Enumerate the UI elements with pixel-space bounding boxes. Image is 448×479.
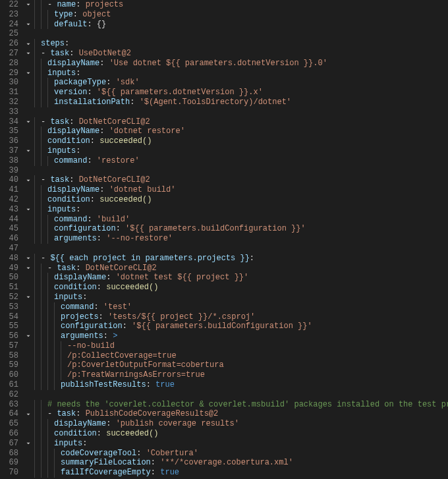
code-line[interactable]	[34, 166, 448, 176]
fold-chevron-icon[interactable]	[24, 409, 33, 419]
token-colon: :	[103, 331, 113, 341]
line-number: 30	[3, 78, 18, 88]
code-line[interactable]: summaryFileLocation: '**/*coverage.cober…	[34, 458, 448, 468]
code-line[interactable]: command: 'restore'	[34, 156, 448, 166]
indent-guide	[47, 20, 54, 30]
code-line[interactable]: condition: succeeded()	[34, 429, 448, 439]
indent-guide	[41, 449, 47, 459]
code-line[interactable]: - task: DotNetCoreCLI@2	[34, 117, 448, 127]
fold-chevron-icon[interactable]	[24, 146, 33, 156]
code-line[interactable]: displayName: 'dotnet build'	[34, 185, 448, 195]
token-key: inputs	[47, 146, 76, 156]
fold-chevron-icon[interactable]	[24, 49, 33, 59]
fold-chevron-icon[interactable]	[24, 175, 33, 185]
code-line[interactable]	[34, 107, 448, 117]
indent-guide	[47, 88, 54, 98]
code-line[interactable]: condition: succeeded()	[34, 136, 448, 146]
token-dash: -	[41, 175, 50, 185]
fold-chevron-icon[interactable]	[24, 20, 33, 30]
code-line[interactable]: /p:CoverletOutputFormat=cobertura	[34, 360, 448, 370]
code-line[interactable]: inputs:	[34, 69, 448, 78]
fold-chevron-icon[interactable]	[24, 254, 33, 264]
code-line[interactable]: projects: 'tests/${{ project }}/*.csproj…	[34, 312, 448, 322]
line-number: 53	[3, 302, 18, 312]
fold-chevron-icon	[24, 166, 33, 176]
indent-guide	[47, 370, 54, 380]
code-line[interactable]: arguments: '--no-restore'	[34, 234, 448, 244]
fold-chevron-icon	[24, 10, 33, 20]
fold-chevron-icon[interactable]	[24, 439, 33, 449]
code-line[interactable]	[34, 244, 448, 254]
fold-chevron-icon[interactable]	[24, 331, 33, 341]
fold-chevron-icon[interactable]	[24, 264, 33, 273]
code-line[interactable]: codeCoverageTool: 'Cobertura'	[34, 449, 448, 459]
token-key: command	[54, 156, 87, 166]
code-line[interactable]: - task: DotNetCoreCLI@2	[34, 175, 448, 185]
code-line[interactable]: inputs:	[34, 146, 448, 156]
code-line[interactable]: --no-build	[34, 341, 448, 351]
fold-chevron-icon[interactable]	[24, 205, 33, 215]
code-line[interactable]: type: object	[34, 10, 448, 20]
code-line[interactable]: - task: PublishCodeCoverageResults@2	[34, 409, 448, 419]
line-number: 31	[3, 88, 18, 98]
code-line[interactable]: - task: UseDotNet@2	[34, 49, 448, 59]
code-line[interactable]: displayName: 'Use dotnet ${{ parameters.…	[34, 59, 448, 69]
code-line[interactable]: - name: projects	[34, 0, 448, 10]
fold-chevron-icon[interactable]	[24, 117, 33, 127]
indent-guide	[34, 264, 41, 273]
indent-guide	[34, 88, 41, 98]
indent-guide	[47, 468, 54, 478]
token-colon: :	[87, 88, 96, 98]
code-line[interactable]: publishTestResults: true	[34, 380, 448, 390]
fold-chevron-icon	[24, 468, 33, 478]
token-dash: -	[41, 254, 50, 264]
code-line[interactable]: displayName: 'publish coverage results'	[34, 419, 448, 429]
code-area[interactable]: - name: projectstype: objectdefault: {}s…	[33, 0, 448, 479]
indent-guide	[41, 341, 47, 351]
code-line[interactable]: command: 'build'	[34, 215, 448, 225]
token-string: 'dotnet build'	[109, 185, 176, 195]
code-line[interactable]: condition: succeeded()	[34, 195, 448, 205]
line-number: 22	[3, 0, 18, 10]
indent-guide	[41, 215, 47, 225]
token-key: type	[54, 10, 73, 20]
code-line[interactable]: packageType: 'sdk'	[34, 78, 448, 88]
code-line[interactable]: displayName: 'dotnet restore'	[34, 127, 448, 136]
code-line[interactable]: arguments: >	[34, 331, 448, 341]
indent-guide	[34, 429, 41, 439]
token-string: '--no-restore'	[106, 234, 173, 244]
token-key: command	[61, 302, 94, 312]
code-line[interactable]	[34, 29, 448, 39]
token-colon: :	[87, 156, 96, 166]
code-line[interactable]: # needs the 'coverlet.collector & coverl…	[34, 400, 448, 410]
fold-chevron-icon[interactable]	[24, 293, 33, 302]
code-line[interactable]: command: 'test'	[34, 302, 448, 312]
code-line[interactable]: inputs:	[34, 293, 448, 302]
fold-chevron-icon[interactable]	[24, 39, 33, 49]
fold-chevron-icon	[24, 78, 33, 88]
code-editor[interactable]: 2223242526272829303132333435363738394041…	[0, 0, 448, 479]
indent-guide	[41, 400, 47, 410]
indent-guide	[34, 458, 41, 468]
code-line[interactable]: default: {}	[34, 20, 448, 30]
indent-guide	[34, 400, 41, 410]
code-line[interactable]: - ${{ each project in parameters.project…	[34, 254, 448, 264]
code-line[interactable]: - task: DotNetCoreCLI@2	[34, 264, 448, 273]
code-line[interactable]: installationPath: '$(Agent.ToolsDirector…	[34, 98, 448, 107]
code-line[interactable]: version: '${{ parameters.dotnetVersion }…	[34, 88, 448, 98]
code-line[interactable]: condition: succeeded()	[34, 283, 448, 293]
code-line[interactable]: failIfCoverageEmpty: true	[34, 468, 448, 478]
code-line[interactable]: /p:CollectCoverage=true	[34, 351, 448, 361]
code-line[interactable]: /p:TreatWarningsAsErrors=true	[34, 370, 448, 380]
code-line[interactable]: steps:	[34, 39, 448, 49]
token-colon: :	[136, 449, 146, 459]
fold-chevron-icon[interactable]	[24, 69, 33, 78]
code-line[interactable]: displayName: 'dotnet test ${{ project }}…	[34, 273, 448, 283]
code-line[interactable]: inputs:	[34, 205, 448, 215]
fold-chevron-icon[interactable]	[24, 0, 33, 10]
code-line[interactable]	[34, 390, 448, 400]
code-line[interactable]: configuration: '${{ parameters.buildConf…	[34, 224, 448, 234]
code-line[interactable]: configuration: '${{ parameters.buildConf…	[34, 322, 448, 331]
token-string: '$(Agent.ToolsDirectory)/dotnet'	[140, 98, 291, 107]
code-line[interactable]: inputs:	[34, 439, 448, 449]
